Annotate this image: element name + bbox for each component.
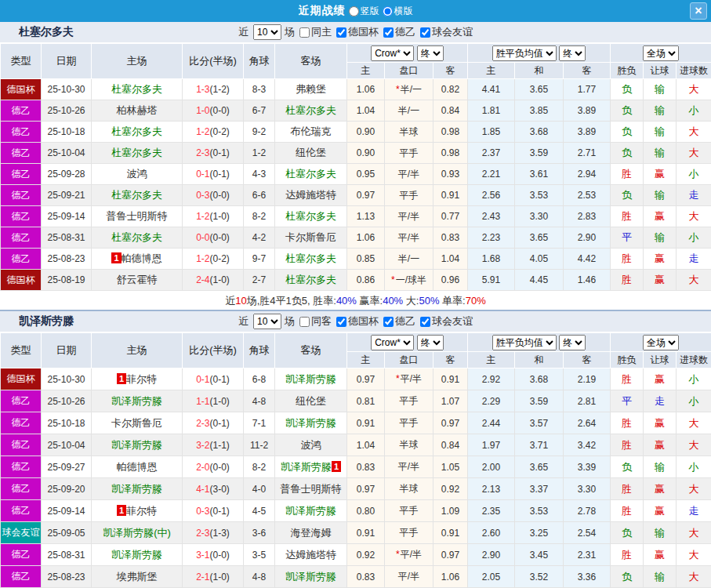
league-badge: 德乙	[1, 206, 42, 227]
match-date: 25-10-18	[42, 122, 92, 143]
corners: 1-2	[244, 143, 275, 164]
league-badge: 德乙	[1, 412, 42, 434]
score: 0-1(0-1)	[183, 368, 244, 390]
scope-select[interactable]: 全场	[643, 45, 679, 61]
euro-time-select[interactable]: 终	[559, 335, 586, 350]
asian-time-select[interactable]: 终	[417, 335, 444, 350]
filter-german-cup[interactable]: 德国杯	[332, 314, 379, 328]
match-date: 25-09-28	[42, 164, 92, 185]
titlebar: 近期战绩 竖版 横版 ×	[0, 0, 711, 22]
match-date: 25-10-26	[42, 390, 92, 412]
match-date: 25-10-30	[42, 368, 92, 390]
match-row: 德国杯 25-10-30 杜塞尔多夫 1-3(1-2) 8-3 弗赖堡 1.06…	[1, 79, 711, 100]
euro-away-odds: 2.31	[564, 544, 611, 566]
asian-handicap: 平手	[385, 500, 433, 522]
same-venue-checkbox[interactable]	[299, 317, 310, 327]
team-name-text: 凯泽斯劳滕	[111, 439, 162, 451]
corners: 4-0	[244, 478, 275, 500]
home-team: 帕德博恩	[92, 456, 183, 478]
corners: 4-8	[244, 566, 275, 588]
match-row: 球会友谊 25-09-05 凯泽斯劳滕(中) 2-3(1-3) 3-6 海登海姆…	[1, 522, 711, 544]
same-venue-filter[interactable]: 同主	[295, 25, 332, 39]
outcome-handicap: 赢	[644, 164, 677, 185]
filter-bundesliga2[interactable]: 德乙	[379, 25, 415, 39]
filter-friendly[interactable]: 球会友谊	[415, 25, 473, 39]
euro-time-select[interactable]: 终	[559, 45, 586, 61]
asian-handicap: *半/一	[385, 79, 433, 100]
match-row: 德乙 25-08-23 1帕德博恩 1-2(0-2) 9-7 杜塞尔多夫 0.8…	[1, 249, 711, 270]
outcome-wdl: 胜	[611, 500, 644, 522]
match-date: 25-10-18	[42, 412, 92, 434]
away-team: 杜塞尔多夫	[275, 164, 347, 185]
filter-german-cup[interactable]: 德国杯	[332, 25, 379, 39]
filter-bundesliga2[interactable]: 德乙	[379, 314, 415, 328]
home-team: 杜塞尔多夫	[92, 227, 183, 249]
col-type: 类型	[1, 333, 42, 368]
asian-time-select[interactable]: 终	[417, 45, 444, 61]
horizontal-radio-input[interactable]	[383, 6, 393, 16]
filter-friendly[interactable]: 球会友谊	[415, 314, 473, 328]
euro-home-odds: 2.13	[468, 478, 515, 500]
asian-home-odds: 0.95	[347, 164, 385, 185]
corners: 8-3	[244, 79, 275, 100]
match-row: 德乙 25-09-14 普鲁士明斯特 1-2(1-0) 8-2 杜塞尔多夫 1.…	[1, 206, 711, 227]
german-cup-checkbox[interactable]	[336, 317, 346, 327]
home-team: 杜塞尔多夫	[92, 79, 183, 100]
outcome-wdl: 负	[611, 185, 644, 206]
asian-handicap: 半/一	[385, 249, 433, 270]
euro-avg-select[interactable]: 胜平负均值	[492, 335, 557, 350]
league-badge: 德乙	[1, 164, 42, 185]
team-name-text: 纽伦堡	[296, 147, 326, 158]
team-name-text: 凯泽斯劳滕	[281, 461, 332, 473]
col-euro-away: 客	[564, 352, 611, 368]
team-name-text: 凯泽斯劳滕	[285, 417, 336, 429]
asian-home-odds: 0.83	[347, 566, 385, 588]
euro-home-odds: 2.60	[468, 522, 515, 544]
rank-badge: 1	[117, 505, 126, 516]
layout-radio-vertical[interactable]: 竖版	[349, 5, 379, 18]
outcome-goals: 走	[677, 249, 711, 270]
col-handicap-result: 让球	[644, 352, 677, 368]
asian-handicap: 平手	[385, 390, 433, 412]
outcome-goals: 小	[677, 100, 711, 122]
euro-home-odds: 2.43	[468, 206, 515, 227]
asian-handicap: 半球	[385, 434, 433, 456]
odds-provider-select[interactable]: Crow*	[371, 335, 414, 350]
close-button[interactable]: ×	[690, 2, 707, 20]
match-count-select[interactable]: 10	[253, 314, 281, 329]
asian-away-odds: 1.09	[433, 500, 468, 522]
bundesliga2-checkbox[interactable]	[383, 27, 394, 38]
same-venue-filter[interactable]: 同客	[295, 314, 332, 328]
layout-radio-horizontal[interactable]: 横版	[383, 5, 413, 18]
summary-segment: 赢率:	[357, 295, 383, 307]
home-team: 凯泽斯劳滕	[92, 390, 183, 412]
vertical-radio-input[interactable]	[349, 6, 359, 16]
near-label: 近	[238, 314, 248, 328]
away-team: 卡尔斯鲁厄	[275, 227, 347, 249]
team-name-text: 舒云霍特	[117, 274, 158, 285]
match-row: 德乙 25-10-18 杜塞尔多夫 1-2(0-2) 9-2 布伦瑞克 0.90…	[1, 122, 711, 143]
corners: 4-3	[244, 164, 275, 185]
team-name-text: 杜塞尔多夫	[285, 104, 336, 116]
dialog-title: 近期战绩	[299, 4, 346, 18]
asian-away-odds: 0.82	[433, 79, 468, 100]
match-date: 25-09-14	[42, 500, 92, 522]
outcome-handicap: 赢	[644, 412, 677, 434]
bundesliga2-checkbox[interactable]	[383, 317, 394, 327]
outcome-wdl: 负	[611, 100, 644, 122]
friendly-checkbox[interactable]	[420, 317, 430, 327]
outcome-goals: 大	[677, 143, 711, 164]
outcome-goals: 大	[677, 412, 711, 434]
outcome-goals: 大	[677, 206, 711, 227]
col-euro-home: 主	[468, 352, 515, 368]
odds-provider-select[interactable]: Crow*	[371, 45, 414, 61]
euro-away-odds: 2.81	[564, 390, 611, 412]
outcome-wdl: 胜	[611, 368, 644, 390]
same-venue-checkbox[interactable]	[299, 27, 310, 38]
friendly-checkbox[interactable]	[420, 27, 430, 38]
scope-select[interactable]: 全场	[643, 335, 679, 350]
german-cup-checkbox[interactable]	[336, 27, 346, 38]
euro-home-odds: 2.29	[468, 390, 515, 412]
euro-avg-select[interactable]: 胜平负均值	[492, 45, 557, 61]
match-count-select[interactable]: 10	[253, 24, 281, 40]
